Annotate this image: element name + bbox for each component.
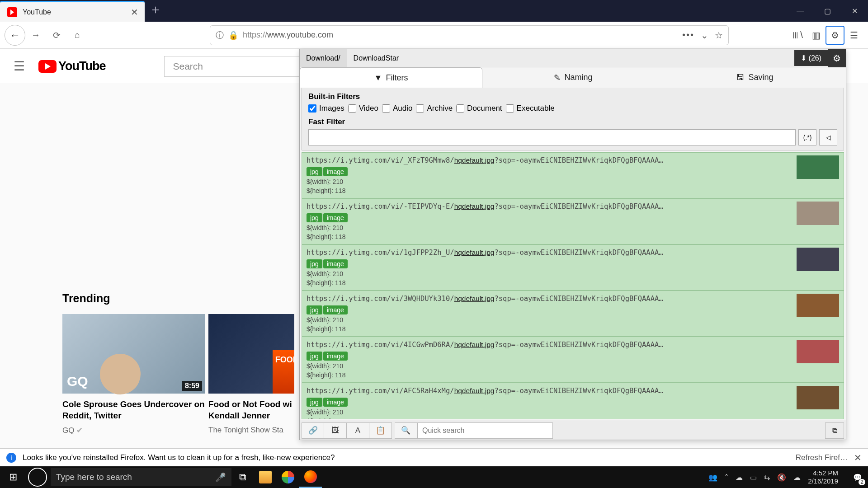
filter-images[interactable]: Images bbox=[308, 104, 344, 113]
tab-filters[interactable]: ▼Filters bbox=[300, 67, 482, 88]
item-url: https://i.ytimg.com/vi/AFC5RaH4xMg/hqdef… bbox=[307, 387, 794, 395]
item-height: ${height}: 118 bbox=[307, 187, 794, 194]
volume-icon[interactable]: 🔇 bbox=[777, 473, 786, 482]
copy-button[interactable]: ⧉ bbox=[825, 422, 844, 439]
mode-link-button[interactable]: 🔗 bbox=[302, 422, 324, 439]
tab-saving[interactable]: 🖫Saving bbox=[664, 67, 846, 88]
taskbar-app-explorer[interactable] bbox=[254, 466, 277, 488]
bookmark-star-icon[interactable]: ☆ bbox=[715, 30, 723, 41]
result-item[interactable]: https://i.ytimg.com/vi/4ICGwPmD6RA/hqdef… bbox=[302, 337, 844, 383]
filter-audio[interactable]: Audio bbox=[382, 104, 412, 113]
filter-document[interactable]: Document bbox=[456, 104, 502, 113]
notification-center-button[interactable]: 💬2 bbox=[847, 466, 868, 488]
new-tab-button[interactable]: ＋ bbox=[147, 3, 164, 19]
video-title: Food or Not Food wi Kendall Jenner bbox=[208, 399, 294, 421]
item-thumbnail bbox=[797, 202, 839, 225]
regex-button[interactable]: (.*) bbox=[798, 129, 816, 145]
sidebar-icon[interactable]: ▥ bbox=[807, 26, 826, 45]
clear-filter-button[interactable]: ◁ bbox=[819, 129, 837, 145]
quick-search-input[interactable] bbox=[417, 422, 553, 439]
item-thumbnail bbox=[797, 340, 839, 363]
onedrive-icon[interactable]: ☁ bbox=[736, 473, 743, 482]
hamburger-icon[interactable]: ☰ bbox=[14, 59, 25, 74]
filter-archive[interactable]: Archive bbox=[416, 104, 453, 113]
wifi-icon[interactable]: ⇆ bbox=[764, 473, 770, 482]
task-view-button[interactable]: ⧉ bbox=[231, 466, 254, 488]
page-actions-icon[interactable]: ••• bbox=[682, 30, 694, 40]
result-item[interactable]: https://i.ytimg.com/vi/-TEIPVDYq-E/hqdef… bbox=[302, 198, 844, 244]
url-protocol: https:// bbox=[243, 30, 267, 40]
item-thumbnail bbox=[797, 155, 839, 179]
item-width: ${width}: 210 bbox=[307, 316, 794, 324]
download-count-button[interactable]: ⬇ (26) bbox=[794, 50, 828, 66]
extension-gear-icon[interactable]: ⚙ bbox=[826, 26, 844, 45]
result-item[interactable]: https://i.ytimg.com/vi/1gJFPP2Zh_U/hqdef… bbox=[302, 244, 844, 291]
filter-executable[interactable]: Executable bbox=[506, 104, 555, 113]
video-card[interactable]: GQ 8:59 Cole Sprouse Goes Undercover on … bbox=[62, 314, 205, 435]
fast-filter-input[interactable] bbox=[308, 129, 796, 145]
window-maximize-button[interactable]: ▢ bbox=[814, 0, 841, 22]
menu-icon[interactable]: ☰ bbox=[844, 26, 863, 45]
result-item[interactable]: https://i.ytimg.com/vi/3WQHDUYk310/hqdef… bbox=[302, 291, 844, 337]
breadcrumb-downloadstar[interactable]: DownloadStar bbox=[347, 54, 406, 62]
firefox-infobar: i Looks like you've reinstalled Firefox.… bbox=[0, 448, 868, 466]
tag-jpg: jpg bbox=[307, 213, 322, 222]
item-height: ${height}: 118 bbox=[307, 418, 794, 419]
item-thumbnail bbox=[797, 248, 839, 271]
mode-clipboard-button[interactable]: 📋 bbox=[369, 422, 392, 439]
reload-button[interactable]: ⟳ bbox=[46, 25, 67, 46]
video-card[interactable]: FOOD OR N Food or Not Food wi Kendall Je… bbox=[208, 314, 294, 435]
battery-icon[interactable]: ▭ bbox=[750, 473, 757, 482]
taskbar-clock[interactable]: 4:52 PM 2/16/2019 bbox=[808, 469, 838, 485]
tab-naming[interactable]: ✎Naming bbox=[482, 67, 664, 88]
video-title: Cole Sprouse Goes Undercover on Reddit, … bbox=[62, 399, 205, 421]
youtube-logo[interactable]: YouTube bbox=[38, 59, 105, 73]
mode-text-button[interactable]: A bbox=[347, 422, 369, 439]
tray-chevron-icon[interactable]: ˄ bbox=[725, 473, 728, 482]
item-url: https://i.ytimg.com/vi/3WQHDUYk310/hqdef… bbox=[307, 295, 794, 303]
refresh-firefox-button[interactable]: Refresh Firef… bbox=[796, 453, 848, 462]
results-list[interactable]: https://i.ytimg.com/vi/_XFzT9GMmw8/hqdef… bbox=[302, 152, 844, 419]
filter-video[interactable]: Video bbox=[348, 104, 378, 113]
browser-tab-active[interactable]: YouTube ✕ bbox=[0, 1, 145, 22]
window-close-button[interactable]: ✕ bbox=[841, 0, 868, 22]
address-bar[interactable]: ⓘ 🔒 https:// www.youtube.com ••• ⌄ ☆ bbox=[210, 25, 729, 45]
cloud-icon[interactable]: ☁ bbox=[793, 473, 801, 482]
item-width: ${width}: 210 bbox=[307, 178, 794, 185]
window-minimize-button[interactable]: ― bbox=[787, 0, 814, 22]
result-item[interactable]: https://i.ytimg.com/vi/AFC5RaH4xMg/hqdef… bbox=[302, 383, 844, 419]
item-url: https://i.ytimg.com/vi/4ICGwPmD6RA/hqdef… bbox=[307, 341, 794, 349]
youtube-play-icon bbox=[38, 60, 57, 73]
cortana-icon[interactable] bbox=[28, 468, 47, 487]
forward-button[interactable]: → bbox=[25, 25, 46, 46]
duration-badge: 8:59 bbox=[182, 381, 202, 391]
mode-image-button[interactable]: 🖼 bbox=[324, 422, 347, 439]
breadcrumb-download[interactable]: Download/ bbox=[300, 49, 347, 67]
taskbar-search[interactable]: Type here to search 🎤 bbox=[51, 468, 231, 486]
fast-filter-label: Fast Filter bbox=[308, 117, 837, 127]
result-item[interactable]: https://i.ytimg.com/vi/_XFzT9GMmw8/hqdef… bbox=[302, 152, 844, 198]
tab-title: YouTube bbox=[23, 8, 51, 16]
tab-close-button[interactable]: ✕ bbox=[131, 7, 138, 18]
item-url: https://i.ytimg.com/vi/1gJFPP2Zh_U/hqdef… bbox=[307, 249, 794, 257]
pocket-icon[interactable]: ⌄ bbox=[701, 30, 708, 41]
tag-jpg: jpg bbox=[307, 167, 322, 176]
people-icon[interactable]: 👥 bbox=[708, 473, 717, 482]
infobar-close-button[interactable]: ✕ bbox=[854, 452, 862, 463]
start-button[interactable]: ⊞ bbox=[0, 466, 26, 488]
edit-icon: ✎ bbox=[554, 73, 561, 83]
back-button[interactable]: ← bbox=[5, 25, 25, 46]
infobar-message: Looks like you've reinstalled Firefox. W… bbox=[23, 453, 335, 462]
library-icon[interactable]: ⫼\ bbox=[788, 26, 807, 45]
tag-image: image bbox=[323, 352, 348, 361]
video-channel: The Tonight Show Sta bbox=[208, 426, 294, 435]
search-icon: 🔍 bbox=[395, 422, 417, 439]
taskbar-app-firefox[interactable] bbox=[299, 466, 322, 488]
site-info-icon[interactable]: ⓘ bbox=[216, 30, 224, 41]
taskbar-app-chrome[interactable] bbox=[277, 466, 299, 488]
home-button[interactable]: ⌂ bbox=[67, 25, 88, 46]
tag-image: image bbox=[323, 305, 348, 314]
firefox-toolbar: ← → ⟳ ⌂ ⓘ 🔒 https:// www.youtube.com •••… bbox=[0, 22, 868, 49]
mic-icon[interactable]: 🎤 bbox=[215, 472, 226, 483]
settings-button[interactable]: ⚙ bbox=[828, 49, 846, 67]
